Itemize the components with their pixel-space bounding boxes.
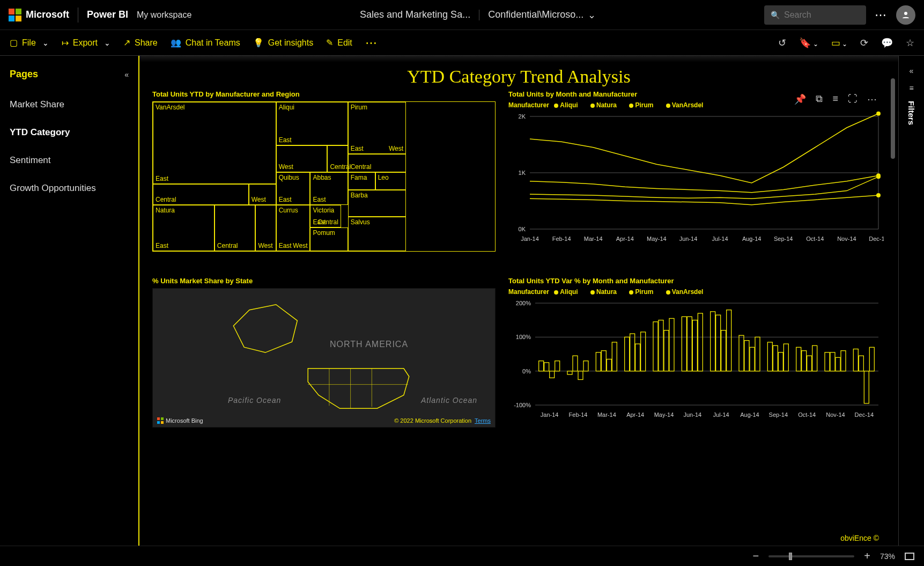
map-body[interactable]: NORTH AMERICA Pacific Ocean Atlantic Oce… bbox=[152, 288, 496, 428]
treemap-cell[interactable]: West bbox=[255, 205, 276, 251]
zoom-slider[interactable] bbox=[768, 555, 854, 557]
toolbar-more-icon[interactable]: ⋯ bbox=[365, 36, 378, 50]
map-terms-link[interactable]: Terms bbox=[475, 417, 491, 424]
svg-text:Apr-14: Apr-14 bbox=[626, 411, 644, 418]
more-options-icon[interactable]: ⋯ bbox=[875, 8, 888, 22]
page-tab-sentiment[interactable]: Sentiment bbox=[6, 146, 132, 174]
view-icon[interactable]: ▭ ⌄ bbox=[831, 37, 847, 49]
comment-icon[interactable]: 💬 bbox=[881, 37, 893, 49]
treemap-body[interactable]: VanArsdelEastCentralWestNaturaEastCentra… bbox=[152, 101, 496, 252]
product-brand[interactable]: Power BI bbox=[87, 9, 128, 20]
treemap-cell[interactable]: Central bbox=[215, 205, 256, 251]
file-menu[interactable]: ▢ File bbox=[10, 38, 49, 48]
treemap-cell[interactable]: Central bbox=[348, 154, 406, 172]
svg-text:Dec-14: Dec-14 bbox=[869, 236, 884, 242]
map-title: % Units Market Share by State bbox=[152, 277, 496, 285]
treemap-cell[interactable]: Salvus bbox=[348, 217, 406, 251]
file-icon: ▢ bbox=[10, 38, 18, 48]
svg-text:Oct-14: Oct-14 bbox=[806, 236, 824, 242]
bookmark-icon[interactable]: 🔖 ⌄ bbox=[799, 37, 818, 49]
chat-teams-button[interactable]: 👥 Chat in Teams bbox=[171, 38, 240, 48]
svg-rect-59 bbox=[664, 330, 669, 371]
treemap-cell[interactable]: AbbasEast bbox=[310, 172, 348, 205]
svg-text:0%: 0% bbox=[522, 368, 531, 374]
svg-rect-78 bbox=[773, 346, 778, 371]
svg-rect-44 bbox=[578, 371, 583, 380]
fit-to-page-icon[interactable] bbox=[905, 553, 914, 560]
svg-text:May-14: May-14 bbox=[647, 236, 667, 242]
collapse-pane-icon[interactable]: « bbox=[124, 70, 129, 79]
svg-text:100%: 100% bbox=[516, 334, 531, 340]
workspace-breadcrumb[interactable]: My workspace bbox=[137, 10, 191, 20]
line-chart-body[interactable]: 0K1K2KJan-14Feb-14Mar-14Apr-14May-14Jun-… bbox=[508, 111, 884, 245]
treemap-cell[interactable]: VictoriaEastCentral bbox=[310, 205, 341, 227]
treemap-cell[interactable]: Central bbox=[327, 145, 348, 172]
filters-pane-collapsed[interactable]: « ≡ Filters bbox=[898, 56, 924, 546]
watermark: obviEnce © bbox=[840, 534, 879, 542]
filter-icon[interactable]: ≡ bbox=[832, 93, 838, 105]
zoom-thumb[interactable] bbox=[789, 553, 792, 560]
treemap-cell[interactable]: Leo bbox=[375, 172, 406, 190]
treemap-visual[interactable]: Total Units YTD by Manufacturer and Regi… bbox=[152, 90, 496, 267]
zoom-out-button[interactable]: − bbox=[753, 550, 759, 562]
zoom-in-button[interactable]: + bbox=[864, 550, 870, 562]
treemap-cell[interactable]: AliquiEast bbox=[276, 102, 348, 145]
treemap-cell[interactable]: CurrusEastWest bbox=[276, 205, 311, 251]
avatar[interactable] bbox=[896, 5, 915, 25]
svg-text:Jun-14: Jun-14 bbox=[679, 236, 698, 242]
search-input[interactable] bbox=[784, 10, 848, 20]
page-tab-ytd-category[interactable]: YTD Category bbox=[6, 119, 132, 146]
svg-text:Jul-14: Jul-14 bbox=[712, 236, 728, 242]
chevron-down-icon: ⌄ bbox=[588, 9, 596, 21]
treemap-cell[interactable]: West bbox=[276, 145, 328, 172]
search-box[interactable]: 🔍 bbox=[764, 5, 866, 25]
scrollbar-thumb[interactable] bbox=[891, 78, 895, 159]
edit-button[interactable]: ✎ Edit bbox=[326, 38, 352, 48]
report-title[interactable]: Sales and Marketing Sa... bbox=[360, 9, 470, 20]
get-insights-button[interactable]: 💡 Get insights bbox=[253, 38, 313, 48]
sensitivity-label[interactable]: Confidential\Microso... ⌄ bbox=[488, 9, 596, 21]
copy-icon[interactable]: ⧉ bbox=[816, 93, 823, 105]
focus-icon[interactable]: ⛶ bbox=[848, 93, 858, 105]
favorite-icon[interactable]: ☆ bbox=[906, 37, 914, 49]
svg-rect-70 bbox=[727, 310, 731, 371]
refresh-icon[interactable]: ⟳ bbox=[860, 37, 868, 49]
insights-label: Get insights bbox=[268, 38, 313, 48]
svg-text:Mar-14: Mar-14 bbox=[584, 236, 603, 242]
page-tab-growth[interactable]: Growth Opportunities bbox=[6, 174, 132, 202]
treemap-cell[interactable]: Central bbox=[153, 184, 249, 205]
treemap-cell[interactable]: Fama bbox=[348, 172, 375, 190]
svg-point-0 bbox=[904, 12, 907, 15]
svg-rect-67 bbox=[711, 312, 715, 371]
search-icon: 🔍 bbox=[771, 11, 780, 19]
share-button[interactable]: ↗ Share bbox=[123, 38, 158, 48]
svg-rect-75 bbox=[755, 337, 760, 371]
svg-rect-63 bbox=[687, 317, 692, 371]
map-bing-credit: Microsoft Bing bbox=[157, 417, 203, 424]
visual-more-icon[interactable]: ⋯ bbox=[867, 93, 877, 105]
bar-chart-body[interactable]: -100%0%100%200%Jan-14Feb-14Mar-14Apr-14M… bbox=[508, 298, 884, 421]
treemap-cell[interactable]: Barba bbox=[348, 190, 406, 217]
expand-filters-icon[interactable]: « bbox=[910, 67, 914, 75]
svg-rect-55 bbox=[641, 332, 646, 371]
export-menu[interactable]: ↦ Export bbox=[62, 38, 110, 48]
edit-label: Edit bbox=[337, 38, 352, 48]
bar-chart-visual[interactable]: Total Units YTD Var % by Month and Manuf… bbox=[508, 277, 884, 443]
reset-icon[interactable]: ↺ bbox=[778, 37, 786, 49]
filters-label: Filters bbox=[907, 101, 916, 125]
svg-rect-48 bbox=[601, 351, 606, 371]
svg-rect-84 bbox=[807, 356, 812, 371]
map-visual[interactable]: % Units Market Share by State NORTH AMER… bbox=[152, 277, 496, 443]
treemap-cell[interactable]: West bbox=[249, 184, 276, 205]
treemap-cell[interactable]: VanArsdelEast bbox=[153, 102, 276, 184]
line-chart-visual[interactable]: Total Units by Month and Manufacturer Ma… bbox=[508, 90, 884, 267]
svg-rect-50 bbox=[612, 342, 617, 371]
treemap-cell[interactable]: NaturaEast bbox=[153, 205, 215, 251]
treemap-cell[interactable]: PirumEastWest bbox=[348, 102, 406, 154]
treemap-cell[interactable]: QuibusEast bbox=[276, 172, 311, 205]
svg-point-21 bbox=[876, 174, 881, 179]
page-tab-market-share[interactable]: Market Share bbox=[6, 91, 132, 119]
treemap-cell[interactable]: Pomum bbox=[310, 227, 348, 251]
pin-icon[interactable]: 📌 bbox=[794, 93, 806, 105]
svg-rect-49 bbox=[607, 359, 611, 371]
